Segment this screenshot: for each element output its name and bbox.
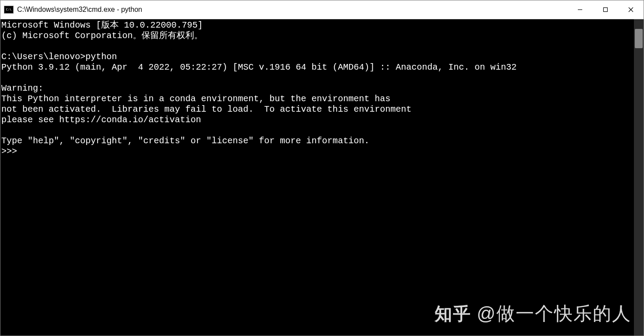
maximize-button[interactable] <box>593 0 618 19</box>
minimize-icon <box>577 7 583 12</box>
maximize-icon <box>603 7 608 12</box>
window-controls <box>567 0 644 19</box>
client-area: Microsoft Windows [版本 10.0.22000.795] (c… <box>0 19 644 336</box>
close-button[interactable] <box>618 0 644 19</box>
svg-rect-1 <box>604 8 608 12</box>
titlebar[interactable]: C:\Windows\system32\cmd.exe - python <box>0 0 644 19</box>
cmd-icon <box>4 6 14 14</box>
minimize-button[interactable] <box>567 0 593 19</box>
cmd-window: C:\Windows\system32\cmd.exe - python Mic… <box>0 0 644 336</box>
window-title: C:\Windows\system32\cmd.exe - python <box>17 6 567 14</box>
vertical-scrollbar[interactable] <box>634 19 644 336</box>
close-icon <box>628 7 633 12</box>
scroll-thumb[interactable] <box>635 29 643 48</box>
terminal-output[interactable]: Microsoft Windows [版本 10.0.22000.795] (c… <box>0 19 634 336</box>
